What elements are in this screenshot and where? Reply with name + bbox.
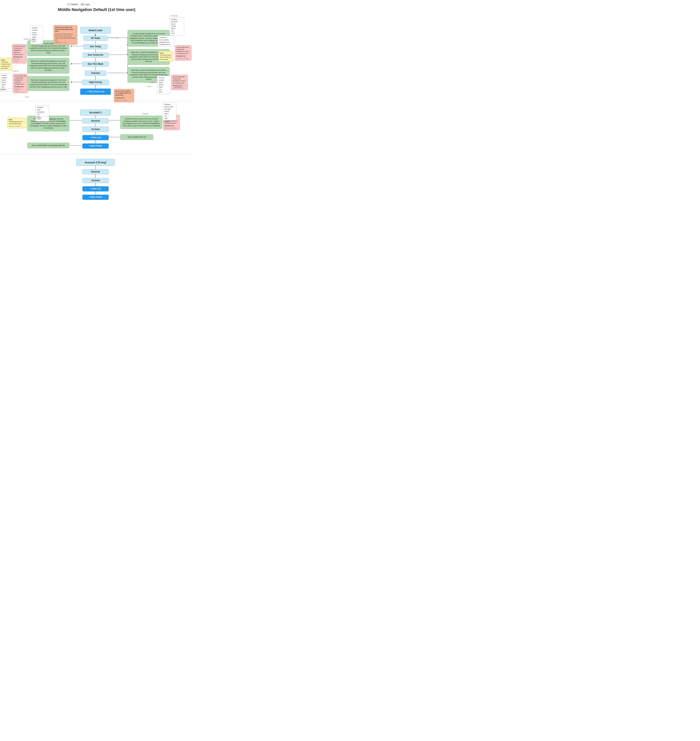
legend-logic-label: Logic bbox=[85, 3, 90, 6]
due-this-week-desc-box: Tasks that I created and assigned to me … bbox=[27, 58, 69, 74]
yellow-note-1: Note: The same Group by and Filters as f… bbox=[159, 51, 173, 62]
yn2-label: Evidence & Criteria bbox=[9, 125, 25, 128]
opr-title: Should Tasks that I created and delegate… bbox=[173, 76, 186, 84]
fsl-title: Do we need an option for creating folder… bbox=[115, 90, 132, 96]
gb1-status: Status bbox=[171, 28, 182, 30]
no-filters-right: No Filters bbox=[175, 86, 188, 88]
no-filters-due-today: No Filters bbox=[31, 39, 41, 41]
due-tomorrow-node: Due Tomorrow bbox=[82, 53, 109, 57]
gb1-assignee: Assignee bbox=[171, 18, 182, 21]
filter-label-right: — Filter — bbox=[146, 86, 153, 87]
gb1-tag: Tag bbox=[171, 30, 182, 32]
group-by-label-right-overdue: Group by bbox=[149, 82, 155, 83]
group-by-box-right-overdue: Account Location Owner Priority Status T… bbox=[157, 76, 170, 94]
group-by-box-1: Assignee Due Date Owner Priority Status … bbox=[169, 17, 184, 35]
due-this-week-node: Due This Week bbox=[82, 62, 109, 67]
dtp-label: Evidence & Criteria bbox=[176, 57, 190, 60]
group-by-label-s2-right: Group by bbox=[142, 113, 148, 115]
new-list-button[interactable]: + New List bbox=[82, 135, 109, 140]
gb1-duedate: Due Date bbox=[171, 21, 182, 23]
pbr2-decision: Decision: No bbox=[165, 125, 178, 127]
hppl-label: Evidence & Criteria bbox=[15, 88, 26, 92]
high-priority-pink-left: Should Tasks that I created and delegate… bbox=[13, 74, 28, 93]
overdue-node: Overdue bbox=[85, 71, 106, 76]
pbr2-label: Evidence & Criteria bbox=[165, 127, 178, 129]
group-by-label-left: Group by bbox=[12, 70, 18, 72]
page-title: Middle Navigation Default (1st time user… bbox=[0, 7, 193, 12]
dtpl-title: Should Tasks that I created and delegate… bbox=[13, 45, 25, 56]
all-tasks-node: All Tasks bbox=[84, 36, 107, 41]
gb1-priority: Priority bbox=[171, 25, 182, 28]
legend-default: Default bbox=[68, 3, 78, 6]
group-by-box-due-today: Account Location Owner Priority Status T… bbox=[31, 26, 43, 44]
dtpl-label: Evidence & Criteria bbox=[13, 59, 25, 62]
legend-default-box bbox=[68, 3, 71, 6]
dtpl-decision: Decision: No bbox=[13, 56, 25, 58]
due-today-pink-annot: Should Tasks that I created and delegate… bbox=[175, 45, 191, 60]
remove-smartlists-question: Can the user remove the default (predefi… bbox=[55, 26, 76, 32]
hppl-decision: Decision: No bbox=[15, 86, 26, 88]
dtp-decision: Decision: No bbox=[176, 55, 190, 57]
group-by-label-due-today: Group by bbox=[24, 38, 30, 40]
folder-smartlists-annot: Do we need an option for creating folder… bbox=[114, 89, 134, 102]
due-today-pink-left: Should Tasks that I created and delegate… bbox=[12, 44, 26, 63]
group-by-label-s2-left: Group by bbox=[49, 119, 55, 120]
new-folder-button[interactable]: + New Folder bbox=[82, 143, 109, 148]
account2-node: Account 2 (if any) bbox=[76, 159, 115, 166]
yn1-text: The same Group by and Filters as for Due… bbox=[160, 54, 172, 60]
no-filters-s2-right: No Filters bbox=[163, 120, 175, 122]
account1-node: Account 1 bbox=[80, 109, 111, 116]
group-by-box-s2-left: Assignee Date Completed List Tag None bbox=[35, 105, 49, 121]
fsl-decision: Decision: No bbox=[115, 97, 132, 99]
general-right-desc: All tasks from the General List of my Pe… bbox=[120, 116, 162, 129]
yellow-note-s2: Note: Completing personal task archives … bbox=[7, 118, 26, 128]
simple-tasklist-node: Just a simple Task List bbox=[120, 134, 153, 140]
filter-arrow-1: — Filter — bbox=[54, 41, 60, 43]
no-filters-s2-left: No Filters bbox=[35, 116, 49, 119]
new-smart-list-button[interactable]: + New Smart List bbox=[80, 88, 111, 95]
ynl-text: The same Group by and Filters as for Due… bbox=[1, 61, 10, 69]
ynl-title: Note: bbox=[1, 59, 10, 61]
remove-smartlists-text: Decision: No (for version 1). Nice to ha… bbox=[55, 33, 76, 41]
legend-logic-box bbox=[81, 3, 84, 6]
yn2-text: Completing personal task archives it too… bbox=[9, 121, 25, 125]
gbc-completed: Completed bbox=[159, 37, 172, 39]
smart-lists-node: Smart Lists bbox=[80, 27, 111, 34]
archive-node: Archive bbox=[82, 127, 109, 132]
section-divider-1 bbox=[0, 101, 193, 101]
group-by-box-s2-right: Assignee Date Created Due Date Priority … bbox=[163, 103, 176, 121]
general-node: General bbox=[82, 118, 109, 124]
legend: Default Logic bbox=[68, 3, 90, 6]
yn1-title: Note: bbox=[160, 52, 172, 54]
yn2-title: Note: bbox=[9, 119, 25, 121]
gb1-none: None bbox=[171, 32, 182, 35]
yellow-note-left: Note: The same Group by and Filters as f… bbox=[0, 58, 12, 71]
group-by-label-1: Group by bbox=[171, 15, 177, 16]
legend-default-label: Default bbox=[71, 3, 78, 6]
high-priority-node: High Priority bbox=[82, 80, 109, 85]
account2-new-list-button[interactable]: + New List bbox=[82, 186, 109, 191]
gbc-delegatedby: Delegated by me bbox=[159, 43, 172, 46]
account2-new-folder-button[interactable]: + New Folder bbox=[82, 195, 109, 200]
no-filters-left: No Filters bbox=[0, 88, 13, 91]
due-today-node: Due Today bbox=[84, 44, 107, 49]
gbc-assignedtome: Assigned to me bbox=[159, 41, 172, 44]
legend-logic: Logic bbox=[81, 3, 90, 6]
filter-label-left: — Filter — bbox=[24, 96, 31, 98]
dtp-title: Should Tasks that I created and delegate… bbox=[176, 46, 190, 54]
simple-folder-node: Just a simple folder for grouping task l… bbox=[27, 143, 69, 148]
high-priority-desc-box: Tasks that I created and assigned to me … bbox=[27, 76, 69, 91]
account2-general-node: General bbox=[82, 169, 109, 174]
hppl-title: Should Tasks that I created and delegate… bbox=[15, 75, 26, 85]
gb1-owner: Owner bbox=[171, 23, 182, 25]
gbc-notcompleted: Not completed bbox=[159, 39, 172, 41]
filter-label-s2-left: — Filter — bbox=[57, 120, 64, 122]
account2-archive-node: Archive bbox=[82, 178, 109, 183]
group-by-box-completed: Completed Not completed Assigned to me D… bbox=[158, 35, 174, 47]
